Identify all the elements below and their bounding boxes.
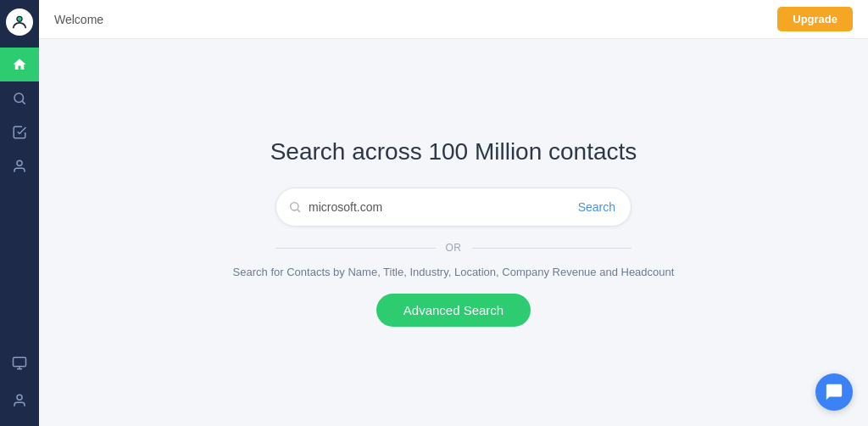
svg-point-9 — [291, 203, 298, 210]
advanced-search-button[interactable]: Advanced Search — [376, 294, 531, 327]
sidebar-item-home[interactable] — [0, 48, 39, 81]
svg-point-8 — [17, 395, 22, 400]
search-box: Search — [275, 188, 632, 227]
svg-point-4 — [17, 160, 22, 165]
upgrade-button[interactable]: Upgrade — [777, 7, 853, 31]
page-title: Welcome — [54, 13, 103, 26]
sidebar-item-tasks[interactable] — [0, 115, 39, 149]
svg-rect-5 — [14, 357, 26, 367]
search-input[interactable] — [309, 200, 575, 214]
header: Welcome Upgrade — [39, 0, 868, 39]
svg-point-1 — [18, 17, 22, 21]
or-divider: OR — [275, 242, 632, 254]
app-logo — [6, 8, 33, 36]
search-button[interactable]: Search — [575, 200, 619, 214]
svg-line-3 — [22, 101, 25, 104]
svg-line-10 — [298, 210, 300, 212]
sidebar-item-reports[interactable] — [12, 346, 27, 380]
sidebar-item-account[interactable] — [12, 384, 27, 418]
main-title: Search across 100 Million contacts — [270, 138, 637, 165]
or-line-left — [275, 248, 436, 249]
search-icon — [288, 200, 302, 214]
main-area: Welcome Upgrade Search across 100 Millio… — [39, 0, 868, 426]
sub-description: Search for Contacts by Name, Title, Indu… — [233, 266, 675, 278]
sidebar — [0, 0, 39, 426]
sidebar-item-search[interactable] — [0, 81, 39, 115]
chat-bubble[interactable] — [815, 373, 853, 411]
sidebar-item-contacts[interactable] — [0, 149, 39, 183]
svg-point-2 — [14, 93, 24, 103]
or-text: OR — [446, 242, 462, 254]
or-line-right — [472, 248, 632, 249]
main-content: Search across 100 Million contacts Searc… — [39, 39, 868, 426]
